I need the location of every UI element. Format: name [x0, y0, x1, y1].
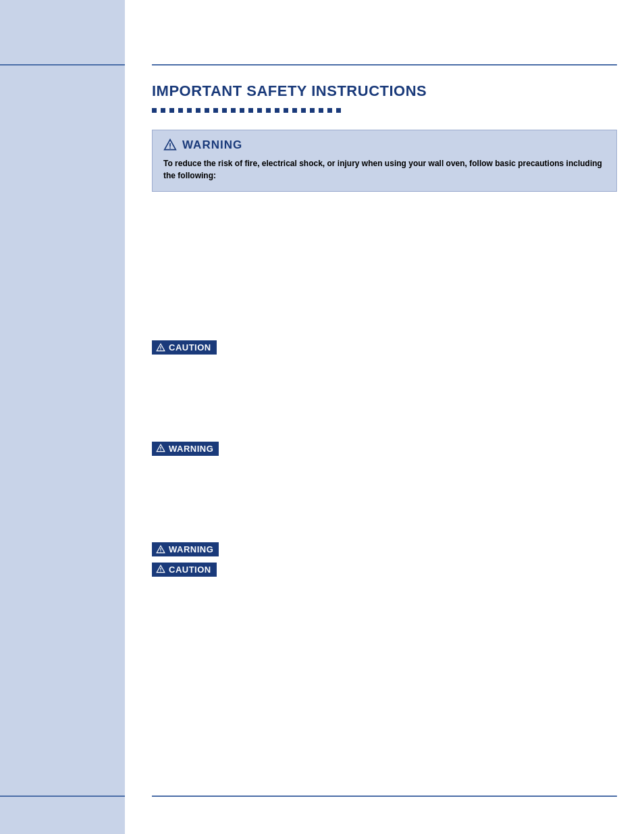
main-bottom-border: [152, 796, 617, 797]
dot: [213, 108, 218, 113]
caution-triangle-icon-2: [156, 565, 165, 574]
warning-label-3: WARNING: [169, 544, 213, 554]
warning-badge-3: WARNING: [152, 542, 219, 556]
warning-label-2: WARNING: [169, 444, 213, 454]
svg-point-4: [160, 571, 161, 571]
dot: [152, 108, 157, 113]
dot: [266, 108, 271, 113]
sidebar: [0, 0, 125, 834]
dot: [301, 108, 306, 113]
dot: [284, 108, 288, 113]
dot: [161, 108, 165, 113]
warning-banner-text: To reduce the risk of fire, electrical s…: [163, 157, 606, 182]
warning-badge-2: WARNING: [152, 442, 219, 456]
caution-section-1: CAUTION: [152, 340, 617, 355]
caution-label-1: CAUTION: [169, 342, 211, 353]
dot: [205, 108, 209, 113]
warning-triangle-icon-3: [156, 545, 165, 554]
main-top-border: [152, 64, 617, 66]
dot: [222, 108, 227, 113]
dot: [310, 108, 315, 113]
warning-section-2: WARNING: [152, 442, 617, 457]
dot: [231, 108, 236, 113]
svg-point-3: [160, 551, 161, 552]
warning-section-3: WARNING: [152, 542, 617, 557]
content-spacer-2: [152, 361, 617, 442]
svg-point-0: [169, 147, 171, 149]
warning-banner: WARNING To reduce the risk of fire, elec…: [152, 130, 617, 192]
page-title: IMPORTANT SAFETY INSTRUCTIONS: [152, 82, 617, 100]
svg-point-2: [160, 450, 161, 450]
warning-triangle-icon: [163, 138, 177, 152]
content-spacer-3: [152, 461, 617, 542]
caution-badge-1: CAUTION: [152, 340, 217, 355]
caution-triangle-icon-1: [156, 343, 165, 353]
dot: [178, 108, 183, 113]
dot: [169, 108, 174, 113]
dot: [336, 108, 341, 113]
warning-banner-title: WARNING: [182, 138, 242, 152]
sidebar-bottom-border: [0, 796, 125, 797]
dot: [292, 108, 297, 113]
caution-badge-2: CAUTION: [152, 563, 217, 577]
dot: [319, 108, 323, 113]
svg-point-1: [160, 349, 161, 350]
dot: [327, 108, 332, 113]
dot: [275, 108, 279, 113]
dot: [248, 108, 253, 113]
caution-label-2: CAUTION: [169, 565, 211, 575]
dot-separator: [152, 108, 617, 113]
dot: [240, 108, 244, 113]
warning-header: WARNING: [163, 138, 606, 152]
dot: [196, 108, 200, 113]
dot: [257, 108, 262, 113]
page-container: IMPORTANT SAFETY INSTRUCTIONS: [0, 0, 644, 834]
main-content: IMPORTANT SAFETY INSTRUCTIONS: [125, 0, 644, 834]
warning-triangle-icon-2: [156, 444, 165, 453]
sidebar-top-border: [0, 64, 125, 66]
content-spacer-1: [152, 205, 617, 340]
caution-section-2: CAUTION: [152, 563, 617, 577]
dot: [187, 108, 192, 113]
